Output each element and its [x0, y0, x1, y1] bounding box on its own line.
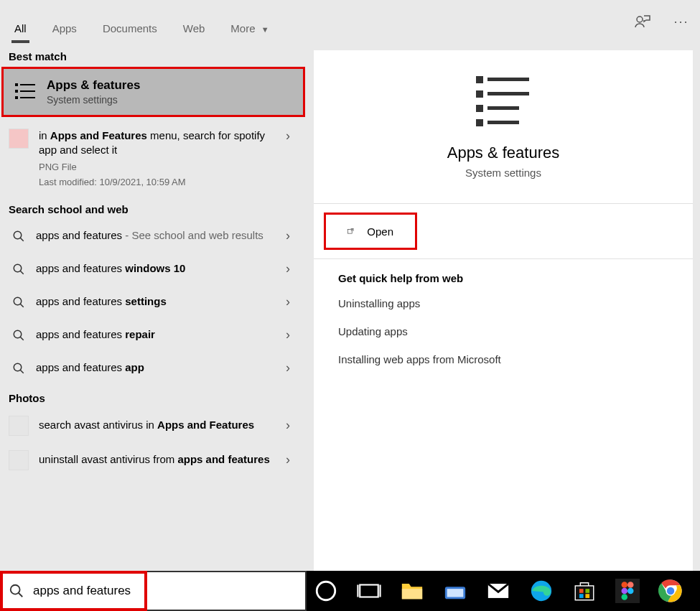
- chevron-right-icon[interactable]: ›: [279, 228, 297, 243]
- web-result-suffix: - See school and web results: [122, 229, 263, 241]
- chevron-right-icon[interactable]: ›: [279, 360, 297, 376]
- file-result-type: PNG File: [39, 161, 279, 174]
- keyboard-icon[interactable]: [443, 579, 467, 603]
- tab-web[interactable]: Web: [172, 11, 217, 43]
- svg-rect-1: [15, 83, 18, 86]
- svg-rect-5: [20, 90, 35, 92]
- preview-title: Apps & features: [447, 144, 560, 162]
- svg-rect-39: [585, 589, 589, 593]
- photo-result-0[interactable]: search avast antivirus in Apps and Featu…: [0, 409, 307, 443]
- section-photos: Photos: [0, 385, 307, 409]
- mail-icon[interactable]: [486, 579, 510, 603]
- open-icon: [347, 225, 354, 238]
- web-result-3[interactable]: apps and features repair ›: [0, 319, 307, 352]
- figma-icon[interactable]: [615, 579, 640, 603]
- best-match-result[interactable]: Apps & features System settings: [1, 67, 305, 117]
- chevron-right-icon[interactable]: ›: [279, 327, 297, 342]
- photo-result-pre: uninstall avast antivirus from: [39, 453, 177, 465]
- svg-point-46: [627, 588, 634, 594]
- photo-result-bold: apps and features: [177, 453, 269, 465]
- svg-rect-41: [585, 594, 589, 598]
- help-link-uninstalling[interactable]: Uninstalling apps: [338, 297, 668, 309]
- web-result-text: apps and features: [36, 328, 125, 340]
- tab-more-label: More: [230, 22, 255, 34]
- svg-rect-17: [476, 76, 483, 83]
- svg-rect-3: [15, 96, 18, 99]
- svg-rect-4: [20, 84, 35, 85]
- web-result-text: apps and features: [36, 229, 122, 241]
- web-result-text: apps and features: [36, 262, 125, 274]
- cortana-icon[interactable]: [314, 579, 338, 603]
- help-link-updating[interactable]: Updating apps: [338, 325, 668, 337]
- svg-point-45: [622, 588, 628, 594]
- photo-thumbnail-icon: [9, 450, 29, 470]
- web-result-4[interactable]: apps and features app ›: [0, 352, 307, 385]
- svg-rect-23: [476, 119, 483, 126]
- svg-line-10: [20, 271, 24, 274]
- svg-point-11: [14, 297, 22, 305]
- svg-point-47: [622, 594, 628, 600]
- search-input[interactable]: [33, 584, 298, 598]
- svg-rect-37: [575, 586, 594, 600]
- svg-rect-34: [447, 589, 464, 597]
- search-box[interactable]: [0, 571, 307, 611]
- preview-subtitle: System settings: [465, 167, 541, 179]
- web-result-2[interactable]: apps and features settings ›: [0, 286, 307, 319]
- photo-thumbnail-icon: [9, 416, 29, 436]
- task-view-icon[interactable]: [357, 579, 381, 603]
- open-label: Open: [367, 225, 393, 238]
- help-link-installing[interactable]: Installing web apps from Microsoft: [338, 353, 668, 365]
- file-result-bold: Apps and Features: [50, 129, 147, 141]
- apps-features-large-icon: [473, 72, 534, 128]
- chevron-right-icon[interactable]: ›: [279, 418, 297, 433]
- tab-apps[interactable]: Apps: [41, 11, 88, 43]
- results-list: Best match Apps & features System settin…: [0, 43, 307, 571]
- chevron-right-icon[interactable]: ›: [279, 261, 297, 276]
- web-result-text: apps and features: [36, 295, 125, 307]
- preview-pane: Apps & features System settings Open Get…: [314, 50, 693, 571]
- best-match-subtitle: System settings: [47, 94, 140, 106]
- web-result-1[interactable]: apps and features windows 10 ›: [0, 253, 307, 286]
- open-button[interactable]: Open: [324, 213, 417, 250]
- search-icon: [9, 230, 29, 243]
- file-result-modified: Last modified: 10/9/2021, 10:59 AM: [39, 176, 279, 189]
- web-result-bold: settings: [125, 295, 167, 307]
- store-icon[interactable]: [572, 579, 597, 603]
- svg-rect-22: [487, 106, 519, 110]
- search-icon: [9, 583, 24, 599]
- tab-documents[interactable]: Documents: [91, 11, 169, 43]
- divider: [314, 203, 693, 204]
- svg-rect-29: [360, 585, 378, 597]
- svg-rect-24: [487, 121, 519, 124]
- svg-point-15: [14, 363, 22, 371]
- svg-point-43: [622, 582, 628, 588]
- feedback-icon[interactable]: [634, 13, 651, 30]
- svg-rect-20: [487, 92, 529, 95]
- chevron-right-icon[interactable]: ›: [279, 452, 297, 467]
- web-result-bold: app: [125, 361, 144, 373]
- svg-point-7: [14, 231, 22, 239]
- tab-more[interactable]: More ▼: [219, 11, 280, 43]
- chevron-right-icon[interactable]: ›: [279, 129, 297, 144]
- web-result-text: apps and features: [36, 361, 125, 373]
- svg-point-0: [637, 17, 643, 22]
- more-options-icon[interactable]: ···: [673, 13, 690, 30]
- file-explorer-icon[interactable]: [400, 579, 424, 603]
- svg-rect-25: [347, 230, 352, 233]
- file-result[interactable]: in Apps and Features menu, search for sp…: [0, 117, 307, 196]
- photo-result-bold: Apps and Features: [157, 419, 254, 431]
- bottom-bar: [0, 571, 700, 611]
- chrome-icon[interactable]: [658, 579, 683, 603]
- svg-rect-38: [579, 589, 584, 593]
- chevron-right-icon[interactable]: ›: [279, 294, 297, 309]
- web-result-0[interactable]: apps and features - See school and web r…: [0, 220, 307, 253]
- svg-rect-18: [487, 78, 529, 81]
- edge-icon[interactable]: [529, 579, 554, 603]
- photo-result-1[interactable]: uninstall avast antivirus from apps and …: [0, 443, 307, 477]
- section-school-web: Search school and web: [0, 196, 307, 220]
- chevron-down-icon: ▼: [261, 25, 269, 34]
- svg-point-13: [14, 330, 22, 338]
- search-icon: [9, 329, 29, 342]
- file-thumbnail-icon: [9, 129, 29, 149]
- tab-all[interactable]: All: [3, 11, 38, 43]
